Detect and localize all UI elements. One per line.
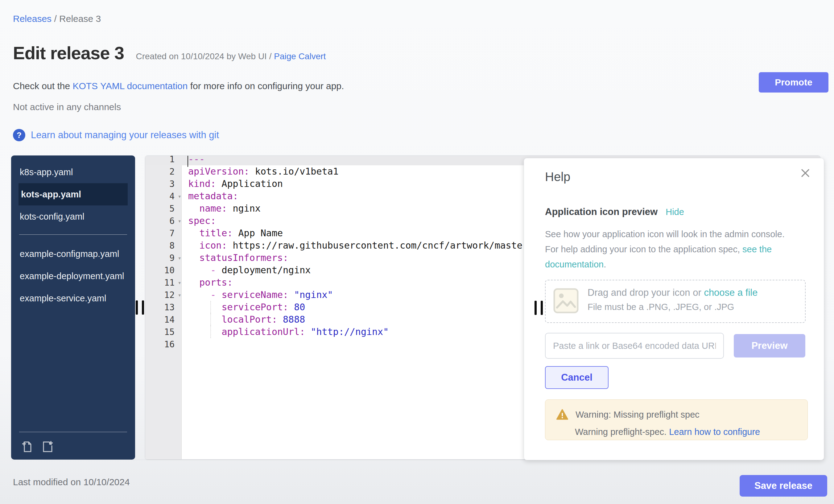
code-text: kind: Application [188,178,283,190]
icon-preview-description: See how your application icon will look … [545,227,789,272]
code-text: - deployment/nginx [188,264,311,276]
file-sidebar: k8s-app.yamlkots-app.yamlkots-config.yam… [11,155,135,460]
sidebar-item-kots-app.yaml[interactable]: kots-app.yaml [19,183,128,205]
preflight-warning: Warning: Missing preflight spec Warning … [545,399,808,440]
question-circle-icon: ? [13,129,25,141]
git-releases-link[interactable]: Learn about managing your releases with … [31,130,219,141]
learn-configure-link[interactable]: Learn how to configure [669,427,760,437]
code-text: ports: [188,276,233,289]
code-text: --- [188,155,205,165]
image-placeholder-icon [553,288,579,314]
code-text: servicePort: 80 [188,301,305,313]
author-link[interactable]: Paige Calvert [274,51,326,61]
release-meta: Created on 10/10/2024 by Web UI / Paige … [136,51,326,61]
line-number: 4▾ [145,191,182,201]
new-folder-icon[interactable] [40,439,54,454]
line-number: 5 [145,203,182,214]
warning-detail: Warning preflight-spec. Learn how to con… [575,427,808,437]
cancel-button[interactable]: Cancel [545,366,609,389]
warning-title: Warning: Missing preflight spec [575,410,700,420]
help-title: Help [545,170,570,184]
line-number: 14 [145,314,182,325]
fold-toggle-icon[interactable]: ▾ [178,193,181,200]
fold-toggle-icon[interactable]: ▾ [178,217,181,224]
line-number: 1 [145,155,182,165]
icon-url-input[interactable] [545,333,724,359]
line-number: 10 [145,265,182,276]
code-text: apiVersion: kots.io/v1beta1 [188,165,339,178]
preview-button[interactable]: Preview [734,334,805,357]
dropzone-filetypes: File must be a .PNG, .JPEG, or .JPG [588,302,758,312]
close-icon[interactable] [800,168,811,179]
line-number: 11▾ [145,278,182,288]
fold-toggle-icon[interactable]: ▾ [178,255,181,261]
channel-status: Not active in any channels [13,102,121,112]
icon-dropzone[interactable]: Drag and drop your icon or choose a file… [545,280,806,323]
fold-toggle-icon[interactable]: ▾ [178,291,181,298]
text-cursor [188,156,188,167]
line-number: 16 [145,339,182,349]
code-text: spec: [188,215,216,227]
page-title: Edit release 3 [13,43,124,63]
help-panel: Help Application icon preview Hide See h… [524,158,824,460]
last-modified: Last modified on 10/10/2024 [13,477,130,487]
code-text: name: nginx [188,202,261,215]
kots-yaml-doc-link[interactable]: KOTS YAML documentation [72,81,188,91]
sidebar-footer-divider [19,432,127,432]
line-number: 9▾ [145,253,182,263]
code-text: title: App Name [188,227,283,239]
new-file-icon[interactable] [20,439,34,454]
line-number: 12▾ [145,290,182,300]
line-number: 3 [145,179,182,189]
promote-button[interactable]: Promote [759,72,829,92]
code-text: metadata: [188,190,238,202]
sidebar-item-kots-config.yaml[interactable]: kots-config.yaml [19,205,127,228]
line-number: 2 [145,167,182,177]
breadcrumb-current: Release 3 [59,14,101,24]
pane-resize-handle-right[interactable] [534,301,543,315]
fold-toggle-icon[interactable]: ▾ [178,279,181,286]
hide-link[interactable]: Hide [665,207,684,217]
pane-resize-handle-left[interactable] [136,301,144,314]
icon-preview-title: Application icon preview [545,206,658,217]
file-list-bottom: example-configmap.yamlexample-deployment… [11,242,135,309]
breadcrumb: Releases / Release 3 [13,14,101,24]
save-release-button[interactable]: Save release [740,475,827,497]
code-text: statusInformers: [188,252,288,264]
line-number: 7 [145,228,182,238]
sidebar-item-example-configmap.yaml[interactable]: example-configmap.yaml [19,243,127,265]
line-number: 13 [145,302,182,312]
code-text: applicationUrl: "http://nginx" [188,326,389,338]
warning-icon [556,409,569,421]
code-text: icon: https://raw.githubusercontent.com/… [188,239,533,252]
choose-file-link[interactable]: choose a file [704,287,758,298]
sidebar-item-example-deployment.yaml[interactable]: example-deployment.yaml [19,265,127,287]
line-number: 15 [145,327,182,337]
breadcrumb-separator: / [51,14,59,24]
line-number: 6▾ [145,216,182,226]
breadcrumb-releases-link[interactable]: Releases [13,14,51,24]
code-text: - serviceName: "nginx" [188,289,333,301]
code-text: localPort: 8888 [188,313,305,326]
file-list-top: k8s-app.yamlkots-app.yamlkots-config.yam… [11,155,135,228]
doc-hint: Check out the KOTS YAML documentation fo… [13,81,344,91]
sidebar-item-k8s-app.yaml[interactable]: k8s-app.yaml [19,161,127,183]
line-number: 8 [145,241,182,251]
sidebar-item-example-service.yaml[interactable]: example-service.yaml [19,287,127,309]
dropzone-text: Drag and drop your icon or choose a file [588,287,758,298]
